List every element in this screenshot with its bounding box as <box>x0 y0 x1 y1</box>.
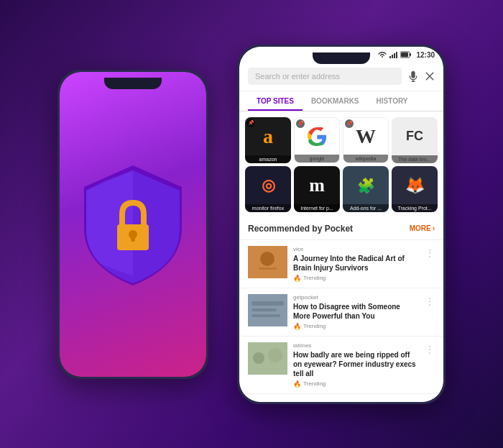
article3-trending: 🔥 Trending <box>293 380 419 388</box>
pin-badge-google: 📌 <box>296 119 305 128</box>
search-input[interactable]: Search or enter address <box>248 68 402 85</box>
article2-title: How to Disagree with Someone More Powerf… <box>293 302 419 321</box>
chevron-right-icon: › <box>433 224 435 232</box>
pocket-header: Recommended by Pocket MORE › <box>239 218 443 240</box>
svg-rect-5 <box>394 53 395 58</box>
news-item-2[interactable]: getpocket How to Disagree with Someone M… <box>239 288 443 337</box>
article2-trending: 🔥 Trending <box>293 323 419 330</box>
article3-thumbnail <box>248 342 287 375</box>
microphone-icon[interactable] <box>407 70 419 82</box>
phone1-security <box>57 70 208 379</box>
signal-icon <box>389 51 399 58</box>
wiki-label: wikipedia <box>343 155 388 163</box>
phone1-screen <box>60 72 206 377</box>
article1-menu[interactable]: ⋮ <box>425 246 435 259</box>
article1-thumbnail <box>248 246 287 278</box>
site-amazon[interactable]: 📌 a amazon <box>245 117 291 163</box>
tabs-bar: TOP SITES BOOKMARKS HISTORY <box>239 91 443 111</box>
pin-badge-wiki: 📌 <box>345 119 354 128</box>
svg-point-15 <box>260 252 274 266</box>
article2-content: getpocket How to Disagree with Someone M… <box>293 294 419 330</box>
article2-source: getpocket <box>293 294 419 301</box>
time-display: 12:30 <box>416 51 435 59</box>
search-placeholder: Search or enter address <box>255 72 340 81</box>
site-internet[interactable]: m Internet for p... <box>294 166 340 212</box>
svg-point-22 <box>253 352 264 364</box>
svg-rect-18 <box>251 301 284 306</box>
site-wikipedia[interactable]: 📌 W wikipedia <box>343 117 389 163</box>
article3-content: latimes How badly are we being ripped of… <box>293 342 419 388</box>
svg-rect-4 <box>392 55 393 58</box>
addons-label: Add-ons for ... <box>343 204 389 212</box>
amazon-label: amazon <box>245 155 291 163</box>
pocket-section: Recommended by Pocket MORE › <box>239 218 443 402</box>
site-firefox[interactable]: 🦊 Tracking Prot... <box>392 166 438 212</box>
phone1-notch <box>104 78 162 89</box>
sites-grid: 📌 a amazon 📌 google <box>239 111 443 218</box>
pin-badge: 📌 <box>246 119 255 127</box>
fc-label: The data bro... <box>392 155 438 163</box>
article3-menu[interactable]: ⋮ <box>425 342 435 355</box>
battery-icon <box>400 51 412 58</box>
close-icon[interactable] <box>425 71 435 81</box>
phones-container: 12:30 Search or enter address <box>57 45 446 404</box>
svg-rect-3 <box>389 56 391 58</box>
svg-point-23 <box>268 348 282 362</box>
svg-rect-16 <box>259 268 277 270</box>
news-item-3[interactable]: latimes How badly are we being ripped of… <box>239 337 443 394</box>
svg-rect-19 <box>251 308 277 311</box>
tab-bookmarks[interactable]: BOOKMARKS <box>303 91 368 111</box>
search-bar[interactable]: Search or enter address <box>239 62 443 91</box>
internet-icon: m <box>294 167 340 204</box>
article3-source: latimes <box>293 342 419 349</box>
svg-rect-20 <box>251 314 280 317</box>
site-monitor[interactable]: ◎ monitor firefox <box>245 166 291 212</box>
status-icons: 12:30 <box>377 51 435 59</box>
fc-icon: FC <box>392 118 438 155</box>
article1-content: vice A Journey Into the Radical Art of B… <box>293 246 419 282</box>
article2-thumbnail <box>248 294 287 326</box>
article1-source: vice <box>293 246 419 252</box>
svg-rect-8 <box>410 53 411 56</box>
search-actions <box>407 70 435 82</box>
pocket-more[interactable]: MORE › <box>410 224 435 232</box>
monitor-label: monitor firefox <box>245 204 291 212</box>
shield-container <box>75 160 190 289</box>
firefox-label: Tracking Prot... <box>392 204 438 212</box>
tab-history[interactable]: HISTORY <box>368 91 417 111</box>
phone2-screen: 12:30 Search or enter address <box>239 47 443 402</box>
article3-title: How badly are we being ripped off on eye… <box>293 350 419 378</box>
shield-icon <box>75 160 190 289</box>
trending-fire-icon-2: 🔥 <box>293 323 301 330</box>
site-google[interactable]: 📌 google <box>294 117 340 163</box>
internet-label: Internet for p... <box>294 204 340 212</box>
svg-rect-9 <box>401 52 408 57</box>
trending-fire-icon: 🔥 <box>293 275 301 282</box>
site-fc[interactable]: FC The data bro... <box>392 117 438 163</box>
google-label: google <box>295 155 339 163</box>
news-item-1[interactable]: vice A Journey Into the Radical Art of B… <box>239 240 443 288</box>
pocket-title: Recommended by Pocket <box>248 224 353 234</box>
tab-top-sites[interactable]: TOP SITES <box>248 91 303 111</box>
phone2-browser: 12:30 Search or enter address <box>237 45 446 404</box>
article2-menu[interactable]: ⋮ <box>425 294 435 307</box>
firefox-icon: 🦊 <box>392 167 438 204</box>
article1-trending: 🔥 Trending <box>293 275 419 282</box>
site-addons[interactable]: 🧩 Add-ons for ... <box>343 166 389 212</box>
svg-rect-6 <box>396 52 397 58</box>
article1-title: A Journey Into the Radical Art of Brain … <box>293 254 419 273</box>
addons-icon: 🧩 <box>343 167 389 204</box>
trending-fire-icon-3: 🔥 <box>293 380 301 388</box>
wifi-icon <box>377 51 387 58</box>
phone2-notch <box>313 52 370 64</box>
monitor-icon: ◎ <box>245 167 291 204</box>
svg-rect-2 <box>131 234 135 242</box>
